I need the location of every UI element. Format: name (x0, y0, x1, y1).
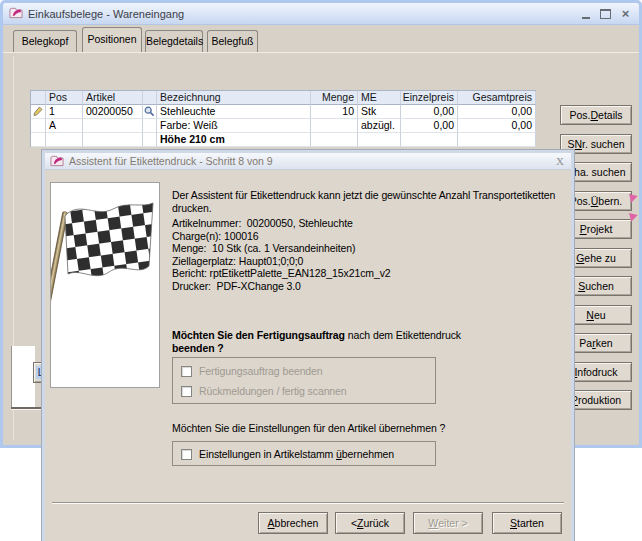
hidden-panel-edge (11, 407, 44, 410)
cell-gesamtpreis: 0,00 (458, 105, 536, 119)
finish-order-options-group: Fertigungsauftrag beendenRückmeldungen /… (172, 357, 436, 404)
checkbox-label: Einstellungen in Artikelstamm übernehmen (199, 448, 394, 460)
cell-menge: 10 (311, 105, 358, 119)
dialog-icon (50, 154, 64, 169)
table-header-row: PosArtikelBezeichnungMengeMEEinzelpreisG… (31, 91, 536, 105)
column-header-pos: Pos (46, 91, 83, 105)
content-top-edge (3, 52, 639, 53)
apply-settings-group: Einstellungen in Artikelstamm übernehmen (172, 441, 436, 466)
tab-belegkopf[interactable]: Belegkopf (13, 30, 77, 52)
checkbox-row: Fertigungsauftrag beenden (181, 362, 323, 380)
dialog-intro-text: Der Assistent für Etikettendruck kann je… (172, 189, 555, 215)
column-header-mag (143, 91, 157, 105)
cell-gesamtpreis (458, 133, 536, 147)
cell-me: Stk (358, 105, 401, 119)
checkbox-rückmeldungen-fertig-scannen[interactable] (181, 386, 192, 397)
checkbox-label: Rückmeldungen / fertig scannen (199, 385, 347, 397)
cell-einzelpreis: 0,00 (401, 119, 458, 133)
column-header-me: ME (358, 91, 401, 105)
question-line: beenden ? (172, 342, 461, 355)
detail-line: Bericht: rptEtikettPalette_EAN128_15x21c… (172, 267, 391, 280)
detail-line: Ziellagerplatz: Haupt01;0;0;0 (172, 255, 391, 268)
cell-menge (311, 119, 358, 133)
window-titlebar: Einkaufsbelege - Wareneingang × (3, 3, 639, 25)
cell-artikel: 00200050 (83, 105, 143, 119)
checkbox-label: Fertigungsauftrag beenden (199, 365, 323, 377)
edit-pencil-icon (31, 105, 46, 119)
wizard-dialog: Assistent für Etikettendruck - Schritt 8… (42, 150, 574, 541)
cell-bezeichnung: Stehleuchte (157, 105, 311, 119)
column-header-einzelpreis: Einzelpreis (401, 91, 458, 105)
cell-artikel (83, 133, 143, 147)
checkbox-row: Rückmeldungen / fertig scannen (181, 382, 347, 400)
detail-line: Menge: 10 Stk (ca. 1 Versandeinheiten) (172, 242, 391, 255)
desktop: Einkaufsbelege - Wareneingang × Belegkop… (0, 0, 642, 541)
intro-line: Der Assistent für Etikettendruck kann je… (172, 189, 555, 202)
cell-mag (143, 133, 157, 147)
column-header-artikel: Artikel (83, 91, 143, 105)
cell-me (358, 133, 401, 147)
question-finish-order: Möchten Sie den Fertigungsauftrag nach d… (172, 329, 461, 355)
tab-bar: BelegkopfPositionenBelegdetailsBelegfuß (0, 27, 642, 52)
cell-pos (46, 133, 83, 147)
checkbox-row: Einstellungen in Artikelstamm übernehmen (181, 445, 394, 463)
cell-einzelpreis: 0,00 (401, 105, 458, 119)
cell-rowhdr (31, 119, 46, 133)
cell-artikel (83, 119, 143, 133)
cell-pos: 1 (46, 105, 83, 119)
flag-image-panel (50, 182, 160, 388)
dialog-detail-lines: Artikelnummer: 00200050, StehleuchteChar… (172, 217, 391, 292)
column-header-gesamtpreis: Gesamtpreis (458, 91, 536, 105)
column-header-bezeichnung: Bezeichnung (157, 91, 311, 105)
detail-line: Artikelnummer: 00200050, Stehleuchte (172, 217, 391, 230)
dialog-separator (52, 502, 564, 504)
cell-mag (143, 119, 157, 133)
pos-details-button[interactable]: Pos.Details (560, 105, 632, 125)
dialog-title: Assistent für Etikettendruck - Schritt 8… (69, 155, 549, 167)
detail-line: Drucker: PDF-XChange 3.0 (172, 280, 391, 293)
dialog-close-icon[interactable]: X (554, 156, 566, 167)
cell-rowhdr (31, 133, 46, 147)
question-apply-settings: Möchten Sie die Einstellungen für den Ar… (172, 422, 445, 435)
checkered-flag-icon (51, 182, 159, 388)
positions-table: PosArtikelBezeichnungMengeMEEinzelpreisG… (30, 90, 536, 147)
table-row[interactable]: Höhe 210 cm (31, 133, 536, 147)
zurück-button[interactable]: < Zurück (335, 512, 405, 534)
checkbox-einstellungen-in-artikelstamm-übernehmen[interactable] (181, 449, 192, 460)
cell-bezeichnung: Farbe: Weiß (157, 119, 311, 133)
intro-line: drucken. (172, 202, 555, 215)
column-header-rowhdr (31, 91, 46, 105)
column-header-menge: Menge (311, 91, 358, 105)
detail-line: Charge(n): 100016 (172, 230, 391, 243)
tab-positionen[interactable]: Positionen (82, 27, 142, 52)
abbrechen-button[interactable]: Abbrechen (258, 512, 328, 534)
checkbox-fertigungsauftrag-beenden[interactable] (181, 366, 192, 377)
tab-belegfuß[interactable]: Belegfuß (207, 30, 258, 52)
cell-bezeichnung: Höhe 210 cm (157, 133, 311, 147)
window-title: Einkaufsbelege - Wareneingang (28, 8, 184, 20)
hidden-panel-strip (11, 346, 35, 407)
question-line: Möchten Sie den Fertigungsauftrag nach d… (172, 329, 461, 342)
table-row[interactable]: 100200050Stehleuchte10Stk0,000,00 (31, 105, 536, 119)
starten-button[interactable]: Starten (492, 512, 562, 534)
cell-pos: A (46, 119, 83, 133)
cell-me: abzügl. (358, 119, 401, 133)
cell-einzelpreis (401, 133, 458, 147)
article-lookup-icon[interactable] (143, 105, 157, 119)
app-icon (9, 6, 23, 21)
cell-gesamtpreis: 0,00 (458, 119, 536, 133)
cell-menge (311, 133, 358, 147)
tab-belegdetails[interactable]: Belegdetails (145, 30, 203, 52)
dialog-titlebar: Assistent für Etikettendruck - Schritt 8… (45, 153, 571, 170)
weiter-button[interactable]: Weiter > (413, 512, 483, 534)
table-row[interactable]: AFarbe: Weißabzügl.0,000,00 (31, 119, 536, 133)
